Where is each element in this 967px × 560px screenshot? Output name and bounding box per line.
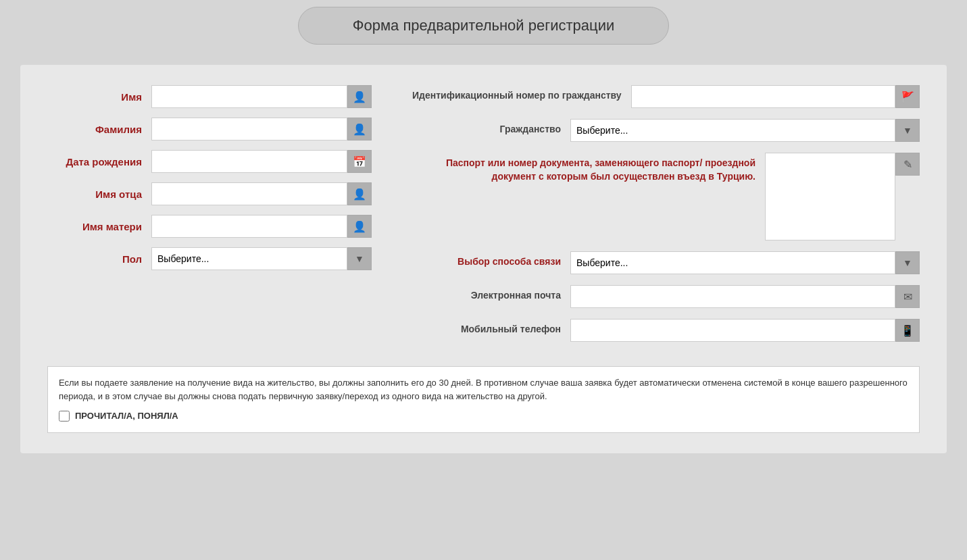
father-label: Имя отца [47,188,142,200]
surname-input[interactable] [151,118,347,141]
father-input[interactable] [151,182,347,205]
dob-label: Дата рождения [47,156,142,168]
surname-label: Фамилия [47,124,142,135]
phone-row: Мобильный телефон 📱 [412,319,920,342]
citizenship-select[interactable]: Выберите... [570,119,895,142]
gender-row: Пол Выберите... ▼ [47,247,372,270]
email-icon: ✉ [895,285,920,308]
email-row: Электронная почта ✉ [412,285,920,308]
gender-chevron-icon[interactable]: ▼ [347,247,372,270]
pencil-icon: ✎ [895,153,920,176]
phone-input[interactable] [570,319,895,342]
contact-select-wrapper: Выберите... ▼ [570,251,920,274]
passport-row: Паспорт или номер документа, заменяющего… [412,153,920,240]
citizenship-label: Гражданство [412,119,561,136]
id-label: Идентификационный номер по гражданству [412,85,622,103]
checkbox-row: ПРОЧИТАЛ/А, ПОНЯЛ/А [59,409,908,423]
citizenship-row: Гражданство Выберите... ▼ [412,119,920,142]
father-person-icon: 👤 [347,182,372,205]
contact-chevron-icon[interactable]: ▼ [895,251,920,274]
mother-person-icon: 👤 [347,215,372,238]
notice-text: Если вы подаете заявление на получение в… [59,376,908,403]
mother-input-wrapper: 👤 [151,215,372,238]
contact-label: Выбор способа связи [412,251,561,269]
father-input-wrapper: 👤 [151,182,372,205]
email-label: Электронная почта [412,285,561,303]
form-title: Форма предварительной регистрации [298,7,670,45]
contact-row: Выбор способа связи Выберите... ▼ [412,251,920,274]
id-input[interactable] [631,85,895,108]
name-input-wrapper: 👤 [151,85,372,108]
agreement-checkbox[interactable] [59,411,70,422]
mother-label: Имя матери [47,221,142,232]
notice-box: Если вы подаете заявление на получение в… [47,366,920,433]
surname-input-wrapper: 👤 [151,118,372,141]
passport-input-wrapper: ✎ [765,153,920,240]
id-input-wrapper: 🚩 [631,85,920,108]
page-wrapper: Форма предварительной регистрации Имя 👤 … [0,0,967,467]
contact-select[interactable]: Выберите... [570,251,895,274]
dob-input-wrapper: 📅 [151,150,372,173]
mother-row: Имя матери 👤 [47,215,372,238]
gender-select-wrapper: Выберите... ▼ [151,247,372,270]
form-container: Имя 👤 Фамилия 👤 Дата рождени [20,65,947,453]
surname-person-icon: 👤 [347,118,372,141]
flag-icon: 🚩 [895,85,920,108]
passport-input[interactable] [765,153,895,240]
checkbox-label: ПРОЧИТАЛ/А, ПОНЯЛ/А [75,409,178,423]
name-row: Имя 👤 [47,85,372,108]
father-row: Имя отца 👤 [47,182,372,205]
phone-icon: 📱 [895,319,920,342]
calendar-icon[interactable]: 📅 [347,150,372,173]
left-section: Имя 👤 Фамилия 👤 Дата рождени [47,85,372,353]
title-bar: Форма предварительной регистрации [0,7,967,45]
citizenship-select-wrapper: Выберите... ▼ [570,119,920,142]
email-input-wrapper: ✉ [570,285,920,308]
gender-select[interactable]: Выберите... [151,247,347,270]
email-input[interactable] [570,285,895,308]
gender-label: Пол [47,253,142,265]
dob-row: Дата рождения 📅 [47,150,372,173]
name-input[interactable] [151,85,347,108]
passport-label: Паспорт или номер документа, заменяющего… [412,153,755,183]
dob-input[interactable] [151,150,347,173]
phone-input-wrapper: 📱 [570,319,920,342]
citizenship-chevron-icon[interactable]: ▼ [895,119,920,142]
form-body: Имя 👤 Фамилия 👤 Дата рождени [47,85,920,353]
name-label: Имя [47,91,142,103]
id-row: Идентификационный номер по гражданству 🚩 [412,85,920,108]
name-person-icon: 👤 [347,85,372,108]
phone-label: Мобильный телефон [412,319,561,336]
surname-row: Фамилия 👤 [47,118,372,141]
right-section: Идентификационный номер по гражданству 🚩… [412,85,920,353]
mother-input[interactable] [151,215,347,238]
